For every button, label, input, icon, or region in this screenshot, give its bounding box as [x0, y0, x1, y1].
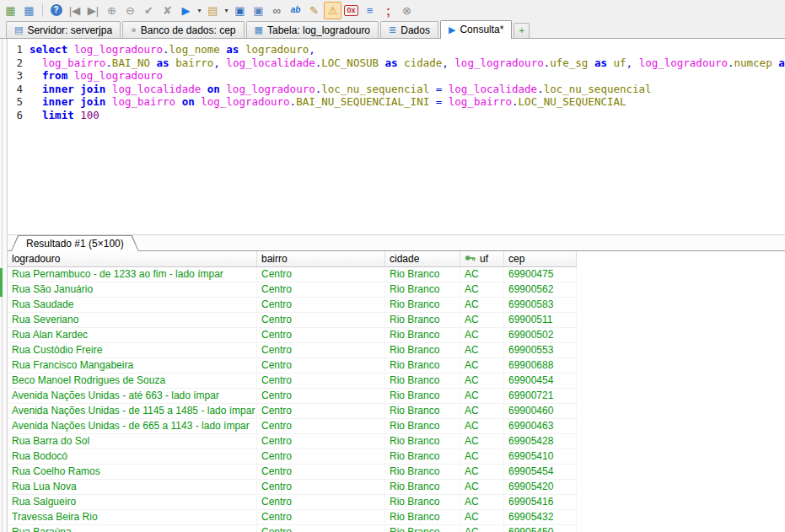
hex-view-icon[interactable]: 0x	[342, 2, 360, 19]
cell-bairro[interactable]: Centro	[257, 480, 385, 494]
save-grid-icon[interactable]: ▦	[20, 2, 38, 19]
cell-cidade[interactable]: Rio Branco	[385, 282, 460, 297]
column-header-bairro[interactable]: bairro	[257, 251, 385, 266]
delimiter-icon[interactable]: ;	[379, 2, 397, 19]
save-sql-as-icon[interactable]: ▣	[250, 2, 267, 19]
cell-logradouro[interactable]: Rua Alan Kardec	[8, 328, 257, 342]
dropdown-caret-icon[interactable]: ▾	[223, 7, 230, 14]
run-query-icon[interactable]: ▶	[177, 2, 195, 19]
cell-cidade[interactable]: Rio Branco	[385, 449, 460, 464]
cell-uf[interactable]: AC	[460, 389, 504, 403]
cell-cep[interactable]: 69905428	[504, 434, 577, 449]
cell-logradouro[interactable]: Avenida Nações Unidas - de 1145 a 1485 -…	[8, 404, 257, 418]
cell-bairro[interactable]: Centro	[257, 510, 385, 524]
tab-database[interactable]: ●Banco de dados: cep	[122, 21, 244, 38]
cell-cidade[interactable]: Rio Branco	[385, 495, 460, 509]
save-sql-icon[interactable]: ▣	[231, 2, 249, 19]
cell-logradouro[interactable]: Rua Francisco Mangabeira	[8, 358, 257, 373]
result-tab[interactable]: Resultado #1 (5×100)	[11, 235, 139, 251]
post-changes-icon[interactable]: ✔	[140, 2, 158, 19]
cell-logradouro[interactable]: Rua Bodocó	[8, 449, 257, 464]
cell-cep[interactable]: 69900721	[504, 389, 577, 403]
cell-cep[interactable]: 69900562	[504, 282, 577, 297]
stop-icon[interactable]: ⊗	[398, 2, 416, 19]
cell-cep[interactable]: 69900502	[504, 328, 577, 342]
cell-cep[interactable]: 69900454	[504, 373, 577, 388]
tab-server[interactable]: ▤Servidor: serverjpa	[6, 21, 121, 38]
cell-bairro[interactable]: Centro	[257, 358, 385, 373]
cell-cep[interactable]: 69900583	[504, 298, 577, 312]
stop-on-errors-icon[interactable]: ⚠	[324, 2, 341, 19]
tab-query[interactable]: ▶Consulta*	[440, 20, 513, 39]
cell-logradouro[interactable]: Rua Salgueiro	[8, 495, 257, 509]
cancel-editing-icon[interactable]: ✘	[159, 2, 176, 19]
cell-cep[interactable]: 69900460	[504, 404, 577, 418]
cell-logradouro[interactable]: Avenida Nações Unidas - até 663 - lado í…	[8, 389, 257, 403]
cell-bairro[interactable]: Centro	[257, 389, 385, 403]
cell-uf[interactable]: AC	[460, 313, 504, 327]
cell-bairro[interactable]: Centro	[257, 298, 385, 312]
cell-cep[interactable]: 69905450	[504, 525, 577, 532]
reformat-sql-icon[interactable]: ≡	[361, 2, 379, 19]
cell-uf[interactable]: AC	[460, 298, 504, 312]
cell-cidade[interactable]: Rio Branco	[385, 373, 460, 388]
cell-cep[interactable]: 69905420	[504, 480, 577, 494]
cell-bairro[interactable]: Centro	[257, 434, 385, 449]
cell-cep[interactable]: 69905454	[504, 465, 577, 479]
cell-bairro[interactable]: Centro	[257, 495, 385, 509]
cell-uf[interactable]: AC	[460, 495, 504, 509]
cell-cidade[interactable]: Rio Branco	[385, 510, 460, 524]
cell-uf[interactable]: AC	[460, 328, 504, 342]
cell-uf[interactable]: AC	[460, 434, 504, 449]
cell-cep[interactable]: 69905410	[504, 449, 577, 464]
cell-cidade[interactable]: Rio Branco	[385, 465, 460, 479]
cell-cep[interactable]: 69900463	[504, 419, 577, 433]
column-header-logradouro[interactable]: logradouro	[8, 251, 257, 266]
cell-bairro[interactable]: Centro	[257, 525, 385, 532]
cell-cidade[interactable]: Rio Branco	[385, 313, 460, 327]
cell-bairro[interactable]: Centro	[257, 282, 385, 297]
find-in-files-icon[interactable]: ▤	[204, 2, 222, 19]
edit-icon[interactable]: ✎	[305, 2, 323, 19]
cell-uf[interactable]: AC	[460, 449, 504, 464]
first-record-icon[interactable]: |◀	[66, 2, 83, 19]
cell-uf[interactable]: AC	[460, 267, 504, 282]
refresh-table-icon[interactable]: ▦	[2, 2, 19, 19]
cell-uf[interactable]: AC	[460, 282, 504, 297]
cell-bairro[interactable]: Centro	[257, 419, 385, 433]
column-header-cidade[interactable]: cidade	[385, 251, 460, 266]
cell-uf[interactable]: AC	[460, 510, 504, 524]
delete-record-icon[interactable]: ⊖	[121, 2, 139, 19]
cell-logradouro[interactable]: Rua Severiano	[8, 313, 257, 327]
column-header-uf[interactable]: uf	[460, 251, 504, 266]
cell-uf[interactable]: AC	[460, 358, 504, 373]
cell-bairro[interactable]: Centro	[257, 449, 385, 464]
cell-cep[interactable]: 69905416	[504, 495, 577, 509]
cell-bairro[interactable]: Centro	[257, 313, 385, 327]
last-record-icon[interactable]: ▶|	[84, 2, 102, 19]
cell-uf[interactable]: AC	[460, 373, 504, 388]
cell-cep[interactable]: 69900475	[504, 267, 577, 282]
cell-cep[interactable]: 69905432	[504, 510, 577, 524]
tab-data[interactable]: ≣Dados	[380, 21, 438, 38]
cell-bairro[interactable]: Centro	[257, 328, 385, 342]
cell-logradouro[interactable]: Rua Custódio Freire	[8, 343, 257, 357]
cell-logradouro[interactable]: Beco Manoel Rodrigues de Souza	[8, 373, 257, 388]
cell-cep[interactable]: 69900511	[504, 313, 577, 327]
cell-uf[interactable]: AC	[460, 465, 504, 479]
sql-editor[interactable]: 1select log_logradouro.log_nome as logra…	[8, 39, 785, 234]
column-header-cep[interactable]: cep	[504, 251, 577, 266]
cell-uf[interactable]: AC	[460, 480, 504, 494]
cell-logradouro[interactable]: Rua Baraúna	[8, 525, 257, 532]
cell-cidade[interactable]: Rio Branco	[385, 480, 460, 494]
cell-logradouro[interactable]: Rua Saudade	[8, 298, 257, 312]
add-query-tab-button[interactable]: +	[513, 23, 529, 38]
cell-cidade[interactable]: Rio Branco	[385, 298, 460, 312]
cell-logradouro[interactable]: Travessa Beira Rio	[8, 510, 257, 524]
cell-cidade[interactable]: Rio Branco	[385, 419, 460, 433]
cell-bairro[interactable]: Centro	[257, 465, 385, 479]
cell-cidade[interactable]: Rio Branco	[385, 404, 460, 418]
find-text-icon[interactable]: ∞	[268, 2, 286, 19]
cell-cidade[interactable]: Rio Branco	[385, 389, 460, 403]
cell-cep[interactable]: 69900688	[504, 358, 577, 373]
